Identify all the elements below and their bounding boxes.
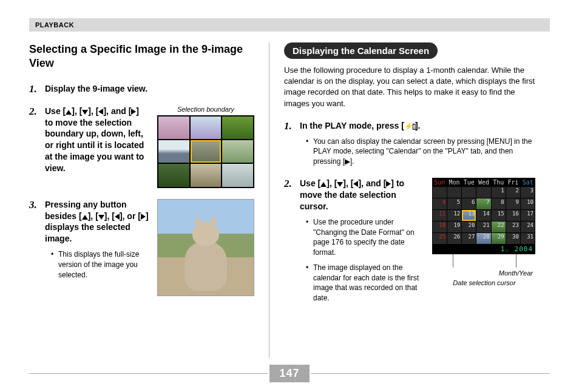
cat-photo [157, 199, 254, 296]
calendar-cell: 27 [462, 233, 476, 244]
calendar-cell: 22 [492, 221, 506, 232]
calendar-cell: 10 [521, 198, 535, 209]
section-header: PLAYBACK [29, 18, 550, 32]
footer-rule [29, 373, 268, 374]
bullet: This displays the full-size version of t… [51, 249, 149, 280]
left-column: Selecting a Specific Image in the 9-imag… [29, 42, 269, 358]
r-step-1: In the PLAY mode, press [⚡▯]. You can al… [284, 120, 537, 167]
step-3-bullets: This displays the full-size version of t… [45, 249, 149, 280]
calendar-cell: 6 [462, 198, 476, 209]
r-step-2-bullets: Use the procedure under "Changing the Da… [300, 217, 424, 303]
calendar-cell: 21 [476, 221, 490, 232]
calendar-month-year: 1. 2004 [432, 244, 535, 253]
calendar-cell: 5 [447, 198, 461, 209]
calendar-cell: 17 [521, 210, 535, 221]
thumbnail [158, 117, 189, 139]
thumbnail [222, 164, 253, 186]
manual-page: PLAYBACK Selecting a Specific Image in t… [0, 0, 579, 392]
calendar-cell: 14 [476, 210, 490, 221]
calendar-cell: 9 [506, 198, 520, 209]
calendar-cell: 23 [506, 221, 520, 232]
r-step-2: Use [], [], [], and [] to move the date … [284, 178, 537, 308]
calendar-cell: 7 [476, 198, 490, 209]
calendar-cell [447, 187, 461, 198]
footer-rule [311, 373, 550, 374]
calendar-cell [462, 187, 476, 198]
calendar-cell: 20 [462, 221, 476, 232]
up-arrow-icon [66, 110, 72, 115]
calendar-cell: 1 [492, 187, 506, 198]
nine-image-grid [157, 115, 254, 188]
day-head: Fri [506, 178, 520, 187]
thumbnail [191, 164, 222, 186]
page-footer: 147 [29, 365, 550, 382]
right-column: Displaying the Calendar Screen Use the f… [269, 42, 537, 358]
calendar-cell: 19 [447, 221, 461, 232]
thumbnail [158, 140, 189, 163]
calendar-cell [476, 187, 490, 198]
day-head: Tue [462, 178, 476, 187]
calendar-cell: 28 [476, 233, 490, 244]
calendar-cell: 11 [433, 210, 447, 221]
calendar-cell: 26 [447, 233, 461, 244]
left-arrow-icon [115, 214, 120, 220]
day-head: Sun [432, 178, 447, 187]
calendar-cell: 18 [433, 221, 447, 232]
calendar-cell [433, 187, 447, 198]
calendar-figure: Sun Mon Tue Wed Thu Fri Sat 123456789101… [432, 178, 537, 288]
day-head: Mon [447, 178, 461, 187]
calendar-day-header: Sun Mon Tue Wed Thu Fri Sat [432, 178, 535, 187]
date-selection-cursor-annotation: Date selection cursor [432, 279, 537, 287]
calendar-cell: 24 [521, 221, 535, 232]
calendar-grid: 1234567891011121314151617181920212223242… [432, 187, 535, 244]
calendar-cell: 2 [506, 187, 520, 198]
day-head: Sat [521, 178, 535, 187]
down-arrow-icon [98, 215, 104, 220]
right-step-list: In the PLAY mode, press [⚡▯]. You can al… [284, 120, 537, 319]
thumbnail [191, 117, 222, 139]
step-2: Use [], [], [], and [] to move the selec… [29, 106, 254, 188]
selection-boundary-caption: Selection boundary [157, 106, 254, 113]
bullet: You can also display the calendar screen… [306, 137, 537, 167]
calendar-cell: 16 [506, 210, 520, 221]
calendar-cell: 13 [462, 210, 476, 221]
day-head: Wed [476, 178, 491, 187]
calendar-cell: 25 [433, 233, 447, 244]
r-step-2-text: Use [], [], [], and [] to move the date … [300, 178, 424, 212]
subsection-pill: Displaying the Calendar Screen [284, 42, 438, 59]
cat-figure [157, 199, 254, 296]
calendar-cell: 31 [521, 233, 535, 244]
calendar-screen: Sun Mon Tue Wed Thu Fri Sat 123456789101… [432, 178, 535, 254]
section-label: PLAYBACK [35, 21, 74, 29]
step-1: Display the 9-image view. [29, 83, 254, 95]
thumbnail [222, 140, 253, 163]
step-3: Pressing any button besides [], [], [], … [29, 199, 254, 296]
thumbnail [222, 117, 253, 139]
day-head: Thu [491, 178, 506, 187]
step-1-text: Display the 9-image view. [45, 83, 254, 95]
step-3-text: Pressing any button besides [], [], [], … [45, 199, 149, 245]
down-arrow-icon [82, 110, 88, 115]
thumbnail-selected [191, 140, 222, 163]
up-arrow-icon [320, 182, 327, 187]
calendar-cell: 15 [492, 210, 506, 221]
r-step-1-text: In the PLAY mode, press [⚡▯]. [300, 120, 537, 132]
down-arrow-icon [337, 182, 343, 187]
up-arrow-icon [82, 215, 88, 220]
calendar-cell: 29 [492, 233, 506, 244]
flash-screen-icon: ⚡▯ [404, 122, 415, 130]
calendar-cell: 12 [447, 210, 461, 221]
left-title: Selecting a Specific Image in the 9-imag… [29, 42, 254, 71]
bullet: The image displayed on the calendar for … [306, 263, 424, 303]
calendar-cell: 4 [433, 198, 447, 209]
left-step-list: Display the 9-image view. Use [], [], []… [29, 83, 254, 296]
intro-paragraph: Use the following procedure to display a… [284, 65, 537, 109]
calendar-cell: 8 [492, 198, 506, 209]
calendar-cell: 30 [506, 233, 520, 244]
month-year-annotation: Month/Year [432, 269, 537, 277]
right-arrow-icon [141, 214, 146, 220]
nine-image-figure: Selection boundary [157, 106, 254, 188]
thumbnail [158, 164, 189, 186]
step-2-text: Use [], [], [], and [] to move the selec… [45, 106, 149, 174]
bullet: Use the procedure under "Changing the Da… [306, 217, 424, 258]
